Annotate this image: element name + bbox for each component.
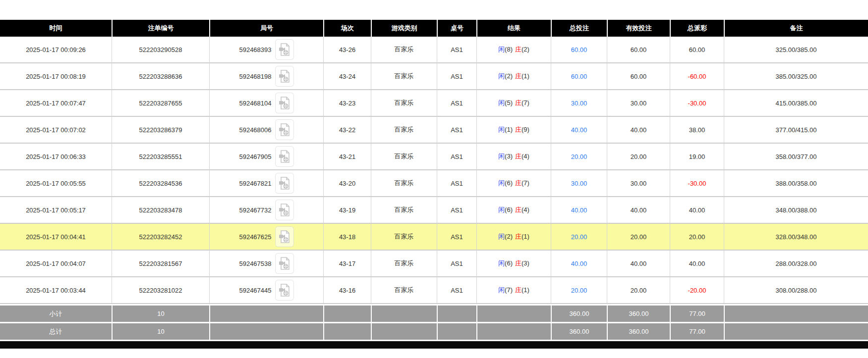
banker-result-label: 庄 bbox=[515, 99, 521, 106]
video-replay-button[interactable] bbox=[275, 253, 294, 274]
cell-valid-bet: 60.00 bbox=[607, 63, 670, 90]
cell-bet-number: 522203284536 bbox=[112, 170, 209, 197]
cell-remark: 385.00/325.00 bbox=[724, 63, 868, 90]
cell-session: 43-16 bbox=[323, 277, 371, 304]
bet-number: 522203281567 bbox=[139, 260, 182, 267]
video-file-icon bbox=[279, 69, 290, 83]
total-bet-link[interactable]: 60.00 bbox=[571, 73, 587, 80]
cell-bet-number: 522203288636 bbox=[112, 63, 209, 90]
video-replay-button[interactable] bbox=[275, 200, 294, 220]
video-replay-button[interactable] bbox=[275, 66, 294, 87]
cell-round-number: 592468104 bbox=[209, 90, 323, 117]
banker-result-value: (4) bbox=[521, 153, 529, 160]
total-bet-link[interactable]: 20.00 bbox=[571, 153, 587, 160]
cell-remark: 308.00/288.00 bbox=[724, 277, 868, 304]
subtotal-empty-cell bbox=[437, 304, 476, 322]
cell-game-type: 百家乐 bbox=[371, 37, 437, 63]
bet-number: 522203281022 bbox=[139, 287, 182, 294]
valid-bet-value: 60.00 bbox=[631, 46, 647, 53]
payout-value: 40.00 bbox=[689, 260, 705, 267]
cell-game-type: 百家乐 bbox=[371, 63, 437, 90]
session-number: 43-17 bbox=[339, 260, 355, 267]
table-number: AS1 bbox=[451, 287, 463, 294]
video-file-icon bbox=[279, 283, 290, 297]
cell-table-number: AS1 bbox=[437, 224, 476, 251]
table-row: 2025-01-17 00:05:17 522203283478 5924677… bbox=[0, 197, 868, 224]
cell-payout: 38.00 bbox=[670, 117, 724, 144]
total-bet-link[interactable]: 40.00 bbox=[571, 206, 587, 214]
game-type: 百家乐 bbox=[395, 233, 414, 240]
cell-bet-number: 522203290528 bbox=[112, 37, 209, 63]
cell-round-number: 592467732 bbox=[209, 197, 323, 224]
game-type: 百家乐 bbox=[395, 72, 414, 80]
player-result-value: (5) bbox=[505, 99, 513, 106]
col-header-table-number: 桌号 bbox=[437, 20, 476, 37]
cell-session: 43-24 bbox=[323, 63, 371, 90]
cell-game-type: 百家乐 bbox=[371, 277, 437, 304]
valid-bet-value: 20.00 bbox=[631, 233, 647, 241]
total-bet-link[interactable]: 40.00 bbox=[571, 260, 587, 267]
grand-total-empty-cell bbox=[209, 322, 323, 340]
cell-payout: -30.00 bbox=[670, 170, 724, 197]
player-result-label: 闲 bbox=[498, 99, 505, 106]
cell-total-bet: 30.00 bbox=[551, 170, 607, 197]
banker-result-label: 庄 bbox=[515, 286, 521, 294]
cell-payout: 40.00 bbox=[670, 197, 724, 224]
total-bet-link[interactable]: 30.00 bbox=[571, 180, 587, 187]
video-replay-button[interactable] bbox=[275, 93, 294, 113]
cell-table-number: AS1 bbox=[437, 90, 476, 117]
cell-result: 闲(6)庄(3) bbox=[476, 251, 551, 277]
cell-round-number: 592467625 bbox=[209, 224, 323, 251]
cell-result: 闲(6)庄(7) bbox=[476, 170, 551, 197]
grand-total-empty-cell bbox=[323, 322, 371, 340]
bet-number: 522203287655 bbox=[139, 100, 182, 107]
game-type: 百家乐 bbox=[395, 179, 414, 187]
video-replay-button[interactable] bbox=[275, 119, 294, 140]
session-number: 43-20 bbox=[339, 180, 355, 187]
session-number: 43-21 bbox=[339, 153, 355, 160]
bet-number: 522203284536 bbox=[139, 180, 182, 187]
banker-result-value: (1) bbox=[521, 72, 529, 80]
valid-bet-value: 30.00 bbox=[631, 100, 647, 107]
cell-remark: 388.00/358.00 bbox=[724, 170, 868, 197]
session-number: 43-26 bbox=[339, 46, 355, 53]
video-replay-button[interactable] bbox=[275, 146, 294, 167]
remark-value: 288.00/328.00 bbox=[775, 260, 816, 267]
video-replay-button[interactable] bbox=[275, 280, 294, 301]
video-replay-button[interactable] bbox=[275, 173, 294, 194]
cell-game-type: 百家乐 bbox=[371, 117, 437, 144]
video-replay-button[interactable] bbox=[275, 39, 294, 60]
cell-total-bet: 40.00 bbox=[551, 117, 607, 144]
subtotal-empty-cell bbox=[323, 304, 371, 322]
total-bet-link[interactable]: 20.00 bbox=[571, 287, 587, 294]
video-file-icon bbox=[279, 256, 290, 270]
bet-time: 2025-01-17 00:03:44 bbox=[26, 287, 86, 294]
total-bet-link[interactable]: 60.00 bbox=[571, 46, 587, 53]
bet-time: 2025-01-17 00:05:17 bbox=[26, 206, 86, 214]
cell-remark: 415.00/385.00 bbox=[724, 90, 868, 117]
banker-result-value: (1) bbox=[521, 233, 529, 240]
total-bet-link[interactable]: 30.00 bbox=[571, 100, 587, 107]
player-result-label: 闲 bbox=[498, 126, 505, 133]
cell-payout: 20.00 bbox=[670, 224, 724, 251]
cell-valid-bet: 20.00 bbox=[607, 277, 670, 304]
cell-session: 43-18 bbox=[323, 224, 371, 251]
cell-session: 43-26 bbox=[323, 37, 371, 63]
total-bet-link[interactable]: 20.00 bbox=[571, 233, 587, 241]
remark-value: 388.00/358.00 bbox=[775, 180, 816, 187]
cell-round-number: 592467821 bbox=[209, 170, 323, 197]
table-row: 2025-01-17 00:06:33 522203285551 5924679… bbox=[0, 144, 868, 170]
col-header-time: 时间 bbox=[0, 20, 112, 37]
payout-value: -60.00 bbox=[688, 73, 706, 80]
session-number: 43-23 bbox=[339, 100, 355, 107]
cell-session: 43-19 bbox=[323, 197, 371, 224]
cell-remark: 348.00/388.00 bbox=[724, 197, 868, 224]
total-bet-link[interactable]: 40.00 bbox=[571, 126, 587, 134]
cell-table-number: AS1 bbox=[437, 117, 476, 144]
game-type: 百家乐 bbox=[395, 206, 414, 213]
video-replay-button[interactable] bbox=[275, 226, 294, 247]
session-number: 43-19 bbox=[339, 206, 355, 214]
cell-time: 2025-01-17 00:05:55 bbox=[0, 170, 112, 197]
player-result-label: 闲 bbox=[498, 286, 505, 294]
session-number: 43-16 bbox=[339, 287, 355, 294]
